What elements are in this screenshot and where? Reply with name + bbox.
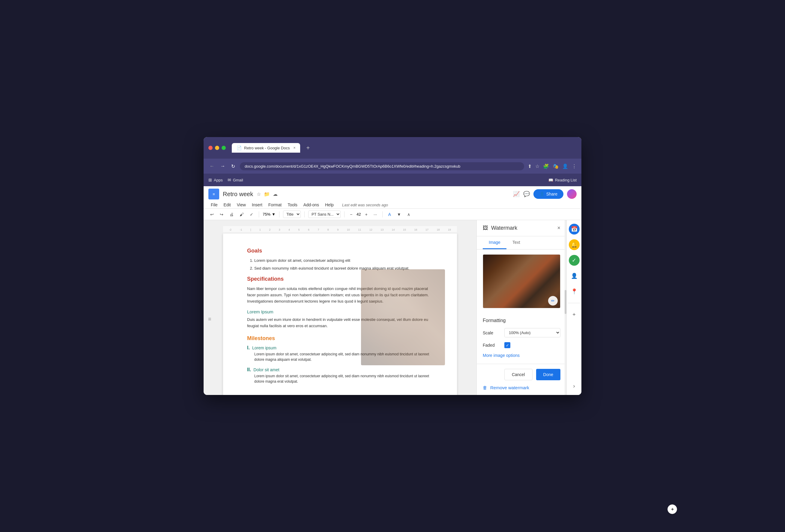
font-size-value: 42 <box>356 212 361 217</box>
milestone-2: II. Dolor sit amet Lorem ipsum dolor sit… <box>247 367 433 384</box>
panel-scrollbar-thumb <box>565 290 566 314</box>
cancel-button[interactable]: Cancel <box>504 369 533 380</box>
spell-check-button[interactable]: ✓ <box>248 211 255 218</box>
done-button[interactable]: Done <box>536 369 560 380</box>
sidebar-tasks-icon[interactable]: ✓ <box>569 255 580 266</box>
paint-format-button[interactable]: 🖌 <box>238 211 246 218</box>
docs-logo-icon: ≡ <box>212 192 215 197</box>
right-sidebar: 📅 🔔 ✓ 👤 📍 + › <box>566 220 581 395</box>
zoom-dropdown-icon[interactable]: ▼ <box>272 212 276 217</box>
close-button[interactable] <box>208 146 212 150</box>
reading-list[interactable]: 📖 Reading List <box>549 178 577 182</box>
docs-toolbar-right: 📈 💬 👤 Share <box>513 189 577 199</box>
bookmark-apps[interactable]: ⊞ Apps <box>208 178 223 182</box>
sidebar-expand[interactable]: › <box>569 381 580 391</box>
font-select[interactable]: PT Sans N... <box>308 210 340 218</box>
zoom-control[interactable]: 75% ▼ <box>263 212 276 217</box>
tab-image[interactable]: Image <box>483 236 506 249</box>
extension2-icon[interactable]: 🎭 <box>553 163 559 169</box>
comments-icon[interactable]: 💬 <box>523 191 530 197</box>
undo-button[interactable]: ↩ <box>208 211 216 218</box>
bookmark-gmail[interactable]: ✉ Gmail <box>228 178 243 182</box>
font-size-decrease[interactable]: − <box>348 211 354 218</box>
user-avatar[interactable] <box>567 189 577 199</box>
separator-5 <box>382 211 383 218</box>
back-button[interactable]: ← <box>208 162 216 170</box>
watermark-panel: 🖼 Watermark × Image Text ✏ Formatting <box>477 220 566 395</box>
milestone-2-label: Dolor sit amet <box>253 368 279 372</box>
menu-help[interactable]: Help <box>323 201 336 208</box>
edit-image-button[interactable]: ✏ <box>548 296 558 306</box>
folder-icon[interactable]: 📁 <box>264 191 270 197</box>
comment-icon[interactable]: ≡ <box>208 316 211 322</box>
edit-pencil-icon: ✏ <box>551 298 555 303</box>
expand-toolbar[interactable]: ∧ <box>405 211 412 218</box>
print-button[interactable]: 🖨 <box>228 211 235 218</box>
sidebar-chevron-icon[interactable]: › <box>569 381 580 391</box>
trending-icon[interactable]: 📈 <box>513 191 520 197</box>
sidebar-contacts-icon[interactable]: 👤 <box>569 271 580 281</box>
sidebar-maps-icon[interactable]: 📍 <box>569 286 580 297</box>
cloud-icon[interactable]: ☁ <box>273 191 278 197</box>
share-page-icon[interactable]: ⬆ <box>528 163 532 169</box>
profile-icon[interactable]: 👤 <box>562 163 568 169</box>
extension-icon[interactable]: 🧩 <box>543 163 549 169</box>
panel-header: 🖼 Watermark × <box>477 220 566 236</box>
scale-label: Scale <box>483 330 501 335</box>
docs-tab-icon: 📄 <box>236 146 242 150</box>
tab-title: Retro week - Google Docs <box>244 146 290 150</box>
gmail-label: Gmail <box>233 178 243 182</box>
minimize-button[interactable] <box>215 146 219 150</box>
sidebar-calendar-icon[interactable]: 📅 <box>569 224 580 234</box>
goals-item-1: Lorem ipsum dolor sit amet, consectetuer… <box>254 258 433 263</box>
tab-close-button[interactable]: × <box>293 146 295 150</box>
docs-share-button[interactable]: 👤 Share <box>533 189 563 199</box>
bookmark-icon[interactable]: ☆ <box>535 163 539 169</box>
zoom-value: 75% <box>263 212 271 217</box>
tab-text[interactable]: Text <box>506 236 526 249</box>
menu-addons[interactable]: Add-ons <box>301 201 322 208</box>
font-size-increase[interactable]: + <box>363 211 370 218</box>
sidebar-add-icon[interactable]: + <box>569 309 580 320</box>
panel-close-button[interactable]: × <box>557 225 560 231</box>
menu-file[interactable]: File <box>208 201 220 208</box>
url-input[interactable] <box>240 162 524 170</box>
panel-title: Watermark <box>491 225 517 231</box>
apps-icon: ⊞ <box>208 178 212 182</box>
document-area[interactable]: ≡ -2-1|12345678910111213141516171819 Goa… <box>204 220 477 395</box>
sidebar-notes-icon[interactable]: 🔔 <box>569 239 580 250</box>
menu-icon[interactable]: ⋮ <box>572 163 577 169</box>
text-color-button[interactable]: A <box>386 211 392 218</box>
menu-tools[interactable]: Tools <box>285 201 300 208</box>
more-image-options-link[interactable]: More image options <box>483 353 560 358</box>
milestone-2-text: Lorem ipsum dolor sit amet, consectetuer… <box>254 373 433 384</box>
menu-insert[interactable]: Insert <box>250 201 265 208</box>
scale-select[interactable]: 100% (Auto) <box>504 328 560 337</box>
new-tab-button[interactable]: + <box>304 143 312 153</box>
reading-list-label: Reading List <box>555 178 577 182</box>
maximize-button[interactable] <box>222 146 226 150</box>
menu-format[interactable]: Format <box>266 201 284 208</box>
browser-tab[interactable]: 📄 Retro week - Google Docs × <box>232 143 300 153</box>
refresh-button[interactable]: ↻ <box>230 162 236 170</box>
forward-button[interactable]: → <box>219 162 226 170</box>
address-bar: ← → ↻ ⬆ ☆ 🧩 🎭 👤 ⋮ <box>204 159 581 174</box>
remove-watermark-button[interactable]: 🗑 Remove watermark <box>483 385 529 390</box>
share-label: Share <box>546 192 557 197</box>
docs-menu: File Edit View Insert Format Tools Add-o… <box>208 201 577 208</box>
panel-footer: Cancel Done 🗑 Remove watermark <box>477 364 566 395</box>
panel-actions: Cancel Done <box>483 369 560 380</box>
redo-button[interactable]: ↪ <box>218 211 225 218</box>
panel-scrollbar[interactable] <box>565 220 566 395</box>
docs-logo: ≡ <box>208 188 219 199</box>
highlight-button[interactable]: ▼ <box>395 211 403 218</box>
doc-title: Retro week <box>223 191 253 198</box>
star-icon[interactable]: ☆ <box>257 191 261 197</box>
more-formatting[interactable]: ··· <box>372 211 379 218</box>
remove-watermark-label: Remove watermark <box>490 385 529 390</box>
browser-window: 📄 Retro week - Google Docs × + ← → ↻ ⬆ ☆… <box>204 137 581 395</box>
menu-view[interactable]: View <box>234 201 248 208</box>
style-select[interactable]: Title <box>283 210 301 218</box>
menu-edit[interactable]: Edit <box>221 201 233 208</box>
faded-checkbox[interactable]: ✓ <box>504 342 510 348</box>
